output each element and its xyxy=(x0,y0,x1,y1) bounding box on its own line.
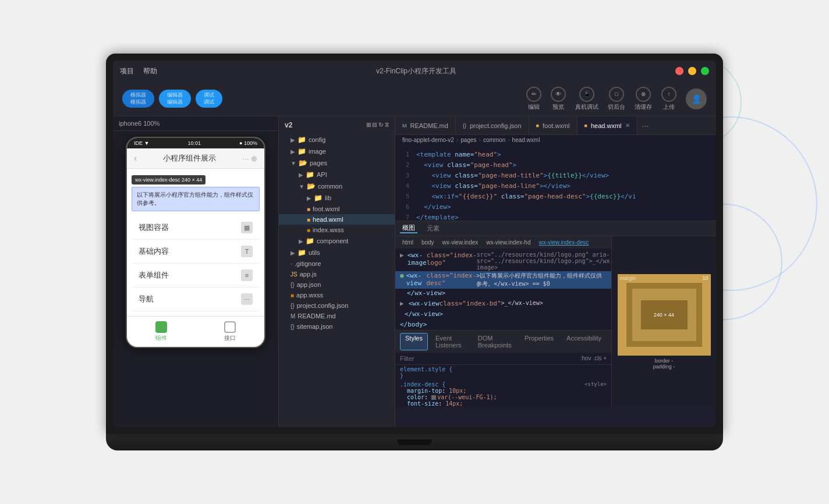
tab-project-config[interactable]: {} project.config.json xyxy=(456,116,529,135)
bc-pages: pages xyxy=(460,137,476,143)
tab-foot-wxml[interactable]: ■ foot.wxml xyxy=(529,116,578,135)
code-line-5: 5 <wx:if="{{desc}}" class="page-head-des… xyxy=(395,191,716,202)
tree-appjson-label: app.json xyxy=(297,281,321,288)
phone-nav-components[interactable]: 组件 xyxy=(127,321,196,342)
phone-nav: 组件 接口 xyxy=(127,316,264,347)
tree-app-js[interactable]: JS app.js xyxy=(279,269,395,279)
tree-index-wxss[interactable]: ■ index.wxss xyxy=(279,225,395,235)
tree-image[interactable]: ▶ 📁 image xyxy=(279,145,395,157)
tree-index-wxss-label: index.wxss xyxy=(313,226,344,233)
html-line-1[interactable]: ● <wx-view class="index-desc" >以下将展示小程序官… xyxy=(395,271,611,289)
tab-readme[interactable]: M README.md xyxy=(395,116,456,135)
style-tab-events[interactable]: Event Listeners xyxy=(430,333,470,350)
element-tags-bar: html body wx-view.index wx-view.index-hd… xyxy=(395,236,611,249)
elem-wx-view-index[interactable]: wx-view.index xyxy=(440,239,481,246)
tree-pages[interactable]: ▼ 📂 pages xyxy=(279,157,395,169)
elem-wx-view-hd[interactable]: wx-view.index-hd xyxy=(484,239,533,246)
tree-gitignore[interactable]: · .gitignore xyxy=(279,258,395,269)
html-tag-4: </wx-view> xyxy=(405,310,443,320)
box-padding-area: 240 × 44 xyxy=(632,289,696,341)
html-tag-3: <wx-view xyxy=(409,300,440,309)
section-label-1: 基础内容 xyxy=(139,246,169,257)
code-editor[interactable]: 1 <template name="head"> 2 <view class="… xyxy=(395,145,716,221)
tree-readme[interactable]: M README.md xyxy=(279,311,395,321)
bottom-tab-elements[interactable]: 元素 xyxy=(424,224,442,233)
upload-icon: ↑ xyxy=(661,87,676,102)
tab-head-wxml[interactable]: ■ head.wxml ✕ xyxy=(578,116,637,135)
tree-common-label: common xyxy=(318,183,342,190)
phone-section-3[interactable]: 导航 ··· xyxy=(132,288,260,311)
style-tab-props[interactable]: Properties xyxy=(519,333,559,350)
bottom-tab-overview[interactable]: 概图 xyxy=(400,223,417,233)
tree-config[interactable]: ▶ 📁 config xyxy=(279,134,395,145)
window-minimize-btn[interactable] xyxy=(688,67,696,75)
tree-project-config[interactable]: {} project.config.json xyxy=(279,300,395,311)
upload-action[interactable]: ↑ 上传 xyxy=(661,87,676,111)
preview-header: iphone6 100% xyxy=(113,116,278,131)
elem-wx-view-desc[interactable]: wx-view.index-desc xyxy=(536,239,591,246)
phone-title-bar: ‹ 小程序组件展示 ··· ⊕ xyxy=(127,148,264,169)
style-rule-element: element.style { } xyxy=(395,365,611,380)
line-num-7: 7 xyxy=(395,212,416,221)
bc-file: head.wxml xyxy=(512,137,540,143)
phone-section-0[interactable]: 视图容器 ▦ xyxy=(132,216,260,240)
editor-label: 编辑器 xyxy=(167,92,183,99)
tree-sitemap[interactable]: {} sitemap.json xyxy=(279,321,395,332)
simulator-btn[interactable]: 模拟器 模拟器 xyxy=(122,90,154,108)
tree-utils[interactable]: ▶ 📁 utils xyxy=(279,247,395,258)
phone-icon: 📱 xyxy=(579,87,594,102)
head-icon: ■ xyxy=(584,123,587,129)
status-right: ● 100% xyxy=(239,140,257,146)
tab-close-btn[interactable]: ✕ xyxy=(625,122,630,129)
box-labels: border - padding - xyxy=(653,358,675,370)
tree-app-wxss[interactable]: ■ app.wxss xyxy=(279,290,395,300)
tree-head-wxml[interactable]: ■ head.wxml xyxy=(279,214,395,225)
html-preview[interactable]: ▶ <wx-image class="index-logo" src="../r… xyxy=(395,249,611,330)
tree-app-json[interactable]: {} app.json xyxy=(279,279,395,290)
window-close-btn[interactable] xyxy=(675,67,683,75)
phone-highlight-block: 以下将展示小程序官方组件能力，组件样式仅供参考。 xyxy=(132,187,260,211)
bc-sep-2: › xyxy=(479,137,481,143)
debug-btn[interactable]: 调试 调试 xyxy=(196,90,222,108)
preview-action[interactable]: 👁 预览 xyxy=(551,87,566,111)
filter-hints: :hov .cls + xyxy=(580,355,607,361)
selector-index-desc-close: } xyxy=(400,407,403,407)
clear-cache-action[interactable]: ⊗ 清缓存 xyxy=(635,87,652,111)
tree-api[interactable]: ▶ 📁 API xyxy=(279,169,395,180)
titlebar-left: 项目 帮助 xyxy=(120,66,157,76)
user-avatar[interactable]: 👤 xyxy=(686,88,707,109)
background-action[interactable]: □ 切后台 xyxy=(608,87,625,111)
line-content-2: <view class="page-head"> xyxy=(416,160,516,171)
file-appjson-icon: {} xyxy=(290,282,295,288)
edit-action[interactable]: ✏ 编辑 xyxy=(526,87,541,111)
menu-project[interactable]: 项目 xyxy=(120,66,134,76)
style-tab-dom[interactable]: DOM Breakpoints xyxy=(473,333,517,350)
laptop-notch xyxy=(397,439,432,445)
file-projectjson-icon: {} xyxy=(290,303,295,309)
html-tag-1: <wx-view xyxy=(406,272,427,288)
style-tab-styles[interactable]: Styles xyxy=(400,333,428,350)
style-tab-access[interactable]: Accessibility xyxy=(561,333,607,350)
tabs-more-btn[interactable]: ··· xyxy=(637,121,654,130)
caret-component: ▶ xyxy=(299,238,303,244)
phone-section-1[interactable]: 基础内容 T xyxy=(132,240,260,264)
editor-btn[interactable]: 编辑器 编辑器 xyxy=(159,90,191,108)
menu-help[interactable]: 帮助 xyxy=(143,66,157,76)
html-content-3: >_</wx-view> xyxy=(501,300,543,309)
device-debug-action[interactable]: 📱 真机调试 xyxy=(575,87,598,111)
tree-foot-wxml[interactable]: ■ foot.wxml xyxy=(279,204,395,214)
tree-projectconfig-label: project.config.json xyxy=(297,302,349,309)
editor-area: M README.md {} project.config.json ■ foo… xyxy=(395,116,716,427)
simulator-label: 模拟器 xyxy=(130,92,146,99)
elem-html[interactable]: html xyxy=(400,239,416,246)
tree-component[interactable]: ▶ 📁 component xyxy=(279,235,395,247)
phone-nav-api[interactable]: 接口 xyxy=(196,321,264,342)
tree-common[interactable]: ▼ 📂 common xyxy=(279,180,395,192)
filter-input[interactable] xyxy=(400,355,580,362)
elem-body[interactable]: body xyxy=(419,239,437,246)
caret-config: ▶ xyxy=(290,137,295,143)
phone-section-2[interactable]: 表单组件 ≡ xyxy=(132,264,260,288)
html-attr-1: class="index-desc" xyxy=(426,272,476,288)
window-maximize-btn[interactable] xyxy=(701,67,709,75)
tree-lib[interactable]: ▶ 📁 lib xyxy=(279,192,395,204)
